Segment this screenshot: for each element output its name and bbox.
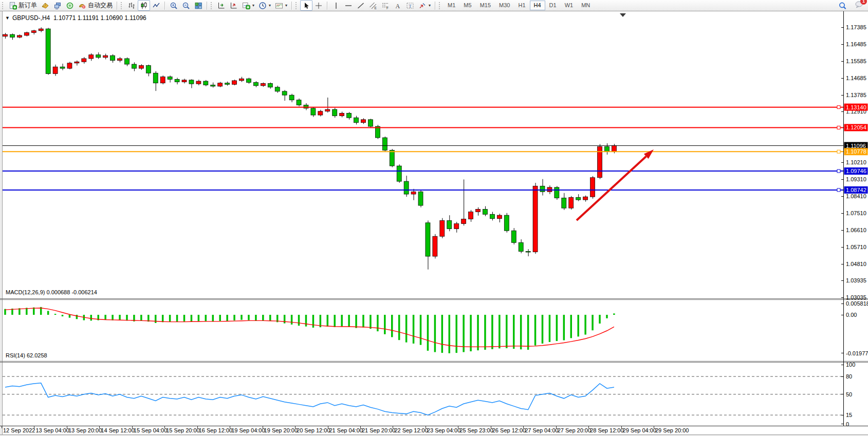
- candle-bullish: [24, 32, 29, 35]
- macd-histogram-bar: [491, 315, 493, 349]
- chart-shift-marker[interactable]: [620, 13, 626, 17]
- chart-canvas[interactable]: 1.173851.164851.155851.146851.137851.129…: [0, 11, 868, 434]
- toolbar-grip[interactable]: [2, 2, 5, 9]
- time-tick-label: 20 Sep 12:00: [297, 427, 330, 433]
- time-tick-label: 29 Sep 04:00: [623, 427, 656, 433]
- macd-histogram-bar: [427, 315, 429, 351]
- zoom-in-button[interactable]: [168, 0, 180, 11]
- macd-histogram-bar: [520, 315, 522, 349]
- zoom-out-button[interactable]: [180, 0, 192, 11]
- candlestick-chart-button[interactable]: [138, 0, 150, 11]
- price-tick-label: 1.03035: [846, 294, 866, 300]
- line-endpoint-marker[interactable]: [837, 188, 840, 192]
- timeframe-button-H4[interactable]: H4: [530, 1, 545, 10]
- macd-histogram-bar: [226, 315, 228, 321]
- toolbar-grip[interactable]: [439, 2, 441, 9]
- svg-text:E: E: [375, 6, 377, 9]
- trend-arrow[interactable]: [577, 157, 646, 220]
- chart-shift-button[interactable]: [228, 0, 240, 11]
- autotrading-button[interactable]: 自动交易: [76, 0, 115, 11]
- vertical-line-button[interactable]: [330, 0, 342, 11]
- toolbar-grip[interactable]: [296, 2, 298, 9]
- line-endpoint-marker[interactable]: [837, 150, 840, 153]
- horizontal-line-button[interactable]: [342, 0, 355, 11]
- macd-histogram-bar: [534, 315, 537, 346]
- chart-window[interactable]: ▼ GBPUSD-,H4 1.10771 1.11191 1.10690 1.1…: [0, 11, 868, 434]
- candle-bearish: [447, 220, 452, 229]
- line-endpoint-marker[interactable]: [837, 106, 840, 109]
- toolbar-separator: [435, 2, 436, 10]
- macd-histogram-bar: [155, 315, 157, 323]
- bar-chart-button[interactable]: [125, 0, 138, 11]
- timeframe-button-H1[interactable]: H1: [514, 1, 529, 10]
- trendline-button[interactable]: [355, 0, 367, 11]
- line-endpoint-marker[interactable]: [837, 126, 840, 129]
- rsi-line: [5, 383, 614, 415]
- cursor-button[interactable]: [300, 0, 312, 11]
- templates-button[interactable]: ▾: [273, 0, 289, 11]
- arrows-button[interactable]: ▾: [416, 0, 433, 11]
- clock-icon: [258, 2, 267, 10]
- timeframe-button-M1[interactable]: M1: [444, 1, 459, 10]
- macd-histogram-bar: [584, 315, 586, 335]
- data-window-button[interactable]: [51, 0, 64, 11]
- candle-bullish: [361, 120, 366, 123]
- timeframe-button-W1[interactable]: W1: [561, 1, 578, 10]
- toolbar-grip[interactable]: [211, 2, 213, 9]
- text-button[interactable]: A: [392, 0, 404, 11]
- candle-bullish: [67, 63, 72, 68]
- timeframe-button-M5[interactable]: M5: [459, 1, 475, 10]
- navigator-button[interactable]: [64, 0, 76, 11]
- macd-histogram-bar: [449, 315, 451, 353]
- crosshair-button[interactable]: [312, 0, 325, 11]
- timeframe-button-MN[interactable]: MN: [577, 1, 594, 10]
- svg-text:F: F: [386, 6, 389, 10]
- candle-bullish: [433, 236, 437, 256]
- macd-histogram-bar: [262, 315, 264, 320]
- price-axis-box-label: 1.11096: [846, 143, 866, 149]
- time-tick-label: 29 Sep 20:00: [655, 427, 689, 433]
- macd-histogram-bar: [248, 315, 250, 320]
- line-chart-button[interactable]: [150, 0, 162, 11]
- notifications-button[interactable]: 1: [855, 1, 863, 11]
- timeframe-toolbar: M1M5M15M30H1H4D1W1MN: [444, 1, 594, 10]
- market-watch-button[interactable]: [39, 0, 51, 11]
- candle-bullish: [612, 145, 616, 151]
- price-tick-label: 1.03935: [846, 277, 866, 283]
- new-order-button[interactable]: 新订单: [7, 0, 39, 11]
- tile-windows-button[interactable]: [192, 0, 205, 11]
- timeframe-button-M30[interactable]: M30: [495, 1, 514, 10]
- svg-text:A: A: [396, 2, 400, 9]
- price-axis-box-label: 1.13140: [846, 104, 866, 110]
- indicators-button[interactable]: ▾: [240, 0, 256, 11]
- toolbar-grip[interactable]: [121, 2, 123, 9]
- candle-bullish: [569, 197, 574, 208]
- chart-menu-icon[interactable]: ▼: [5, 15, 10, 21]
- search-icon[interactable]: [838, 2, 846, 10]
- time-tick-label: 13 Sep 20:00: [68, 427, 102, 433]
- price-tick-label: 1.14685: [846, 75, 866, 81]
- macd-histogram-bar: [191, 315, 193, 322]
- timeframe-button-M15[interactable]: M15: [476, 1, 495, 10]
- candle-bullish: [139, 66, 143, 69]
- macd-histogram-bar: [398, 315, 400, 340]
- candle-bearish: [297, 100, 301, 105]
- auto-scroll-button[interactable]: [215, 0, 228, 11]
- candle-bullish: [440, 220, 445, 236]
- timeframe-button-D1[interactable]: D1: [545, 1, 561, 10]
- equidistant-channel-button[interactable]: E: [367, 0, 379, 11]
- price-tick-label: 1.05710: [846, 244, 866, 250]
- candle-bearish: [268, 83, 272, 87]
- toolbar-separator: [117, 2, 118, 10]
- macd-histogram-bar: [104, 315, 106, 320]
- fibonacci-button[interactable]: F: [379, 0, 392, 11]
- macd-histogram-bar: [513, 315, 515, 349]
- time-tick-label: 21 Sep 20:00: [362, 427, 395, 433]
- periods-button[interactable]: ▾: [256, 0, 273, 11]
- candle-bearish: [382, 138, 387, 150]
- candle-bearish: [418, 192, 423, 205]
- candle-bearish: [110, 55, 115, 61]
- line-endpoint-marker[interactable]: [837, 169, 840, 173]
- text-label-button[interactable]: T: [404, 0, 416, 11]
- macd-histogram-bar: [527, 315, 529, 350]
